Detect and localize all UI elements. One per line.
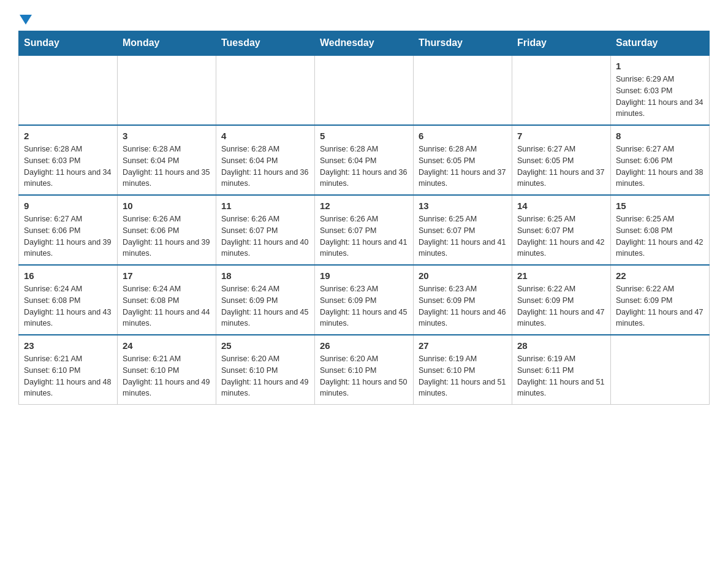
day-number: 8 — [616, 131, 704, 141]
calendar-cell: 11Sunrise: 6:26 AMSunset: 6:07 PMDayligh… — [216, 195, 315, 265]
calendar-header-wednesday: Wednesday — [315, 31, 414, 56]
calendar-cell: 25Sunrise: 6:20 AMSunset: 6:10 PMDayligh… — [216, 335, 315, 405]
day-number: 21 — [517, 270, 605, 281]
day-number: 27 — [419, 340, 507, 351]
calendar-cell — [216, 55, 315, 125]
day-number: 28 — [517, 340, 605, 351]
logo-area — [18, 12, 33, 25]
day-info: Sunrise: 6:27 AMSunset: 6:06 PMDaylight:… — [616, 144, 704, 190]
day-number: 13 — [419, 201, 507, 211]
calendar-cell — [118, 55, 216, 125]
day-number: 10 — [123, 201, 211, 211]
day-number: 4 — [221, 131, 309, 141]
calendar-header-tuesday: Tuesday — [216, 31, 315, 56]
calendar-cell: 13Sunrise: 6:25 AMSunset: 6:07 PMDayligh… — [414, 195, 512, 265]
day-number: 1 — [616, 61, 704, 71]
calendar-cell: 15Sunrise: 6:25 AMSunset: 6:08 PMDayligh… — [611, 195, 710, 265]
calendar-cell: 26Sunrise: 6:20 AMSunset: 6:10 PMDayligh… — [315, 335, 414, 405]
calendar-week-row: 2Sunrise: 6:28 AMSunset: 6:03 PMDaylight… — [19, 125, 710, 195]
day-info: Sunrise: 6:23 AMSunset: 6:09 PMDaylight:… — [320, 283, 408, 329]
day-info: Sunrise: 6:23 AMSunset: 6:09 PMDaylight:… — [419, 283, 507, 329]
calendar-cell: 21Sunrise: 6:22 AMSunset: 6:09 PMDayligh… — [512, 265, 611, 335]
day-info: Sunrise: 6:25 AMSunset: 6:07 PMDaylight:… — [419, 213, 507, 259]
calendar-header-thursday: Thursday — [414, 31, 512, 56]
day-info: Sunrise: 6:25 AMSunset: 6:08 PMDaylight:… — [616, 213, 704, 259]
day-info: Sunrise: 6:25 AMSunset: 6:07 PMDaylight:… — [517, 213, 605, 259]
calendar-header-row: SundayMondayTuesdayWednesdayThursdayFrid… — [19, 31, 710, 56]
day-info: Sunrise: 6:24 AMSunset: 6:08 PMDaylight:… — [24, 283, 112, 329]
calendar-cell: 17Sunrise: 6:24 AMSunset: 6:08 PMDayligh… — [118, 265, 216, 335]
calendar-cell: 5Sunrise: 6:28 AMSunset: 6:04 PMDaylight… — [315, 125, 414, 195]
logo-triangle-icon — [20, 15, 32, 25]
calendar-cell: 1Sunrise: 6:29 AMSunset: 6:03 PMDaylight… — [611, 55, 710, 125]
day-number: 20 — [419, 270, 507, 281]
calendar-header-friday: Friday — [512, 31, 611, 56]
day-number: 5 — [320, 131, 408, 141]
calendar-cell — [512, 55, 611, 125]
calendar-cell: 2Sunrise: 6:28 AMSunset: 6:03 PMDaylight… — [19, 125, 118, 195]
calendar-cell: 10Sunrise: 6:26 AMSunset: 6:06 PMDayligh… — [118, 195, 216, 265]
day-number: 6 — [419, 131, 507, 141]
calendar-week-row: 23Sunrise: 6:21 AMSunset: 6:10 PMDayligh… — [19, 335, 710, 405]
day-number: 12 — [320, 201, 408, 211]
calendar-header-saturday: Saturday — [611, 31, 710, 56]
day-info: Sunrise: 6:19 AMSunset: 6:10 PMDaylight:… — [419, 353, 507, 399]
calendar-header-monday: Monday — [118, 31, 216, 56]
day-info: Sunrise: 6:27 AMSunset: 6:05 PMDaylight:… — [517, 144, 605, 190]
day-number: 17 — [123, 270, 211, 281]
calendar-cell: 23Sunrise: 6:21 AMSunset: 6:10 PMDayligh… — [19, 335, 118, 405]
day-number: 11 — [221, 201, 309, 211]
day-info: Sunrise: 6:28 AMSunset: 6:05 PMDaylight:… — [419, 144, 507, 190]
calendar-cell: 16Sunrise: 6:24 AMSunset: 6:08 PMDayligh… — [19, 265, 118, 335]
calendar-cell: 6Sunrise: 6:28 AMSunset: 6:05 PMDaylight… — [414, 125, 512, 195]
calendar-cell: 7Sunrise: 6:27 AMSunset: 6:05 PMDaylight… — [512, 125, 611, 195]
day-info: Sunrise: 6:26 AMSunset: 6:07 PMDaylight:… — [320, 213, 408, 259]
day-info: Sunrise: 6:29 AMSunset: 6:03 PMDaylight:… — [616, 74, 704, 120]
day-info: Sunrise: 6:26 AMSunset: 6:07 PMDaylight:… — [221, 213, 309, 259]
day-info: Sunrise: 6:22 AMSunset: 6:09 PMDaylight:… — [517, 283, 605, 329]
calendar-header-sunday: Sunday — [19, 31, 118, 56]
day-number: 15 — [616, 201, 704, 211]
calendar-week-row: 9Sunrise: 6:27 AMSunset: 6:06 PMDaylight… — [19, 195, 710, 265]
calendar-cell: 24Sunrise: 6:21 AMSunset: 6:10 PMDayligh… — [118, 335, 216, 405]
calendar-cell — [19, 55, 118, 125]
day-number: 24 — [123, 340, 211, 351]
calendar-cell: 18Sunrise: 6:24 AMSunset: 6:09 PMDayligh… — [216, 265, 315, 335]
day-number: 22 — [616, 270, 704, 281]
calendar-cell: 20Sunrise: 6:23 AMSunset: 6:09 PMDayligh… — [414, 265, 512, 335]
calendar-cell: 8Sunrise: 6:27 AMSunset: 6:06 PMDaylight… — [611, 125, 710, 195]
day-info: Sunrise: 6:28 AMSunset: 6:03 PMDaylight:… — [24, 144, 112, 190]
day-number: 23 — [24, 340, 112, 351]
day-number: 26 — [320, 340, 408, 351]
calendar-cell: 22Sunrise: 6:22 AMSunset: 6:09 PMDayligh… — [611, 265, 710, 335]
day-info: Sunrise: 6:19 AMSunset: 6:11 PMDaylight:… — [517, 353, 605, 399]
calendar-cell: 28Sunrise: 6:19 AMSunset: 6:11 PMDayligh… — [512, 335, 611, 405]
day-number: 9 — [24, 201, 112, 211]
day-number: 18 — [221, 270, 309, 281]
day-info: Sunrise: 6:21 AMSunset: 6:10 PMDaylight:… — [123, 353, 211, 399]
day-info: Sunrise: 6:28 AMSunset: 6:04 PMDaylight:… — [123, 144, 211, 190]
calendar-cell: 12Sunrise: 6:26 AMSunset: 6:07 PMDayligh… — [315, 195, 414, 265]
calendar-week-row: 1Sunrise: 6:29 AMSunset: 6:03 PMDaylight… — [19, 55, 710, 125]
day-info: Sunrise: 6:27 AMSunset: 6:06 PMDaylight:… — [24, 213, 112, 259]
day-number: 7 — [517, 131, 605, 141]
calendar-cell: 19Sunrise: 6:23 AMSunset: 6:09 PMDayligh… — [315, 265, 414, 335]
calendar-cell — [414, 55, 512, 125]
calendar-cell: 9Sunrise: 6:27 AMSunset: 6:06 PMDaylight… — [19, 195, 118, 265]
day-number: 2 — [24, 131, 112, 141]
day-info: Sunrise: 6:22 AMSunset: 6:09 PMDaylight:… — [616, 283, 704, 329]
day-info: Sunrise: 6:24 AMSunset: 6:08 PMDaylight:… — [123, 283, 211, 329]
day-info: Sunrise: 6:21 AMSunset: 6:10 PMDaylight:… — [24, 353, 112, 399]
day-number: 19 — [320, 270, 408, 281]
calendar-cell: 27Sunrise: 6:19 AMSunset: 6:10 PMDayligh… — [414, 335, 512, 405]
calendar-cell — [315, 55, 414, 125]
logo — [18, 12, 33, 25]
day-number: 14 — [517, 201, 605, 211]
day-number: 25 — [221, 340, 309, 351]
calendar-cell: 4Sunrise: 6:28 AMSunset: 6:04 PMDaylight… — [216, 125, 315, 195]
calendar-cell: 3Sunrise: 6:28 AMSunset: 6:04 PMDaylight… — [118, 125, 216, 195]
day-info: Sunrise: 6:24 AMSunset: 6:09 PMDaylight:… — [221, 283, 309, 329]
day-info: Sunrise: 6:28 AMSunset: 6:04 PMDaylight:… — [221, 144, 309, 190]
day-number: 16 — [24, 270, 112, 281]
day-info: Sunrise: 6:20 AMSunset: 6:10 PMDaylight:… — [221, 353, 309, 399]
